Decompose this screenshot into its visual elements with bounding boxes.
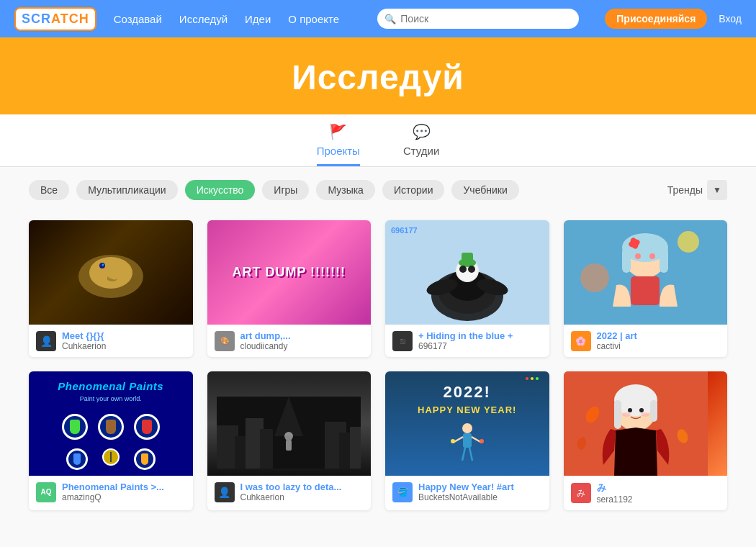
svg-point-15 (468, 266, 475, 273)
project-thumb-p3: 696177 (385, 220, 549, 325)
project-thumb-p5: Phenomenal Paints Paint your own world. (29, 371, 193, 476)
studios-icon: 💬 (413, 123, 431, 140)
join-button[interactable]: Присоединяйся (605, 9, 707, 29)
svg-rect-50 (650, 400, 657, 422)
avatar-p3: ◾ (392, 331, 413, 351)
project-thumb-p7: 2022! HAPPY NEW YEAR! (385, 371, 549, 476)
scratch-logo[interactable]: SCRATCH (14, 7, 96, 31)
nav-explore[interactable]: Исследуй (179, 13, 228, 25)
project-author-p8: sera1192 (597, 494, 721, 505)
svg-rect-37 (286, 440, 292, 451)
project-info-p7: 🪣 Happy New Year! #art BucketsNotAvailab… (385, 476, 549, 508)
filter-stories[interactable]: Истории (382, 180, 445, 200)
project-title-p1: Meet {}{}{ (62, 330, 186, 341)
svg-point-44 (451, 439, 455, 443)
project-info-p1: 👤 Meet {}{}{ Cuhkaerion (29, 325, 193, 357)
tab-projects[interactable]: 🚩 Проекты (317, 123, 360, 166)
svg-point-45 (480, 439, 484, 443)
nav-ideas[interactable]: Идеи (245, 13, 271, 25)
svg-rect-49 (614, 400, 621, 429)
search-container: 🔍 (377, 9, 579, 29)
project-info-p3: ◾ + Hiding in the blue + 696177 (385, 325, 549, 357)
project-info-p4: 🌸 2022 | art cactivi (564, 325, 728, 357)
project-card-p7[interactable]: 2022! HAPPY NEW YEAR! (385, 371, 549, 510)
project-card-p4[interactable]: 🌸 2022 | art cactivi (564, 220, 728, 357)
signin-button[interactable]: Вход (719, 13, 742, 24)
project-card-p5[interactable]: Phenomenal Paints Paint your own world. (29, 371, 193, 510)
project-meta-p2: art dump,... cloudiicandy (240, 330, 364, 351)
svg-rect-19 (622, 248, 631, 273)
filter-animations[interactable]: Мультипликации (76, 180, 178, 200)
project-card-p1[interactable]: 👤 Meet {}{}{ Cuhkaerion (29, 220, 193, 357)
navbar: SCRATCH Создавай Исследуй Идеи О проекте… (0, 0, 756, 37)
nav-actions: Присоединяйся Вход (605, 9, 742, 29)
filter-bar: Все Мультипликации Искусство Игры Музыка… (0, 167, 756, 213)
project-thumb-p2: ART DUMP !!!!!!! (207, 220, 372, 325)
filter-tutorials[interactable]: Учебники (451, 180, 518, 200)
project-author-p4: cactivi (597, 341, 721, 351)
project-card-p8[interactable]: み み sera1192 (564, 371, 728, 510)
svg-point-38 (462, 423, 472, 433)
project-thumb-p6 (207, 371, 372, 476)
svg-point-22 (649, 253, 655, 259)
svg-point-21 (635, 253, 641, 259)
project-author-p2: cloudiicandy (240, 341, 364, 351)
svg-point-27 (580, 263, 609, 292)
project-card-p2[interactable]: ART DUMP !!!!!!! 🎨 art dump,... cloudiic… (207, 220, 372, 357)
project-meta-p8: み sera1192 (597, 482, 721, 505)
project-title-p3: + Hiding in the blue + (418, 330, 542, 341)
project-author-p1: Cuhkaerion (62, 341, 186, 351)
svg-rect-32 (260, 429, 273, 469)
svg-point-26 (678, 231, 699, 253)
project-author-p5: amazingQ (62, 492, 186, 502)
project-info-p6: 👤 I was too lazy to deta... Cuhkaerion (207, 476, 372, 508)
project-title-p7: Happy New Year! #art (418, 482, 542, 492)
project-meta-p5: Phenomenal Paints >... amazingQ (62, 482, 186, 502)
svg-rect-20 (660, 248, 668, 273)
project-author-p6: Cuhkaerion (240, 492, 364, 502)
project-card-p6[interactable]: 👤 I was too lazy to deta... Cuhkaerion (207, 371, 372, 510)
project-title-p5: Phenomenal Paints >... (62, 482, 186, 492)
projects-grid: 👤 Meet {}{}{ Cuhkaerion ART DUMP !!!!!!!… (0, 213, 756, 532)
tab-studios[interactable]: 💬 Студии (403, 123, 439, 166)
nav-create[interactable]: Создавай (114, 13, 162, 25)
project-title-p8: み (597, 482, 721, 494)
svg-point-51 (628, 408, 632, 412)
nav-about[interactable]: О проекте (288, 13, 339, 25)
project-title-p4: 2022 | art (597, 330, 721, 341)
project-thumb-p4 (564, 220, 728, 325)
avatar-p5: AQ (36, 482, 56, 502)
hero-section: Исследуй (0, 37, 756, 114)
avatar-p2: 🎨 (215, 331, 235, 351)
filter-music[interactable]: Музыка (316, 180, 375, 200)
filter-art[interactable]: Искусство (185, 180, 256, 200)
project-meta-p3: + Hiding in the blue + 696177 (418, 330, 542, 351)
project-thumb-p1 (29, 220, 193, 325)
tab-projects-label: Проекты (317, 145, 360, 157)
phenomenal-title-img: Phenomenal Paints (58, 380, 163, 392)
project-meta-p7: Happy New Year! #art BucketsNotAvailable (418, 482, 542, 502)
svg-line-42 (462, 448, 465, 461)
project-info-p5: AQ Phenomenal Paints >... amazingQ (29, 476, 193, 508)
svg-point-4 (102, 263, 104, 266)
project-meta-p1: Meet {}{}{ Cuhkaerion (62, 330, 186, 351)
avatar-p1: 👤 (36, 331, 56, 351)
project-title-p2: art dump,... (240, 330, 364, 341)
projects-icon: 🚩 (329, 123, 347, 140)
avatar-p6: 👤 (215, 482, 235, 502)
filter-all[interactable]: Все (29, 180, 69, 200)
happy-hny-text: HAPPY NEW YEAR! (418, 404, 516, 415)
sort-container[interactable]: Тренды ▼ (667, 180, 727, 200)
svg-rect-35 (350, 427, 361, 469)
project-card-p3[interactable]: 696177 ◾ + (385, 220, 549, 357)
sort-dropdown-icon[interactable]: ▼ (707, 180, 727, 200)
svg-point-52 (639, 408, 644, 412)
project-meta-p6: I was too lazy to deta... Cuhkaerion (240, 482, 364, 502)
svg-rect-25 (631, 276, 660, 305)
filter-games[interactable]: Игры (262, 180, 309, 200)
project-author-p7: BucketsNotAvailable (418, 492, 542, 502)
search-input[interactable] (377, 9, 579, 29)
tab-studios-label: Студии (403, 145, 439, 157)
svg-point-1 (89, 257, 132, 289)
sort-label: Тренды (667, 184, 703, 196)
